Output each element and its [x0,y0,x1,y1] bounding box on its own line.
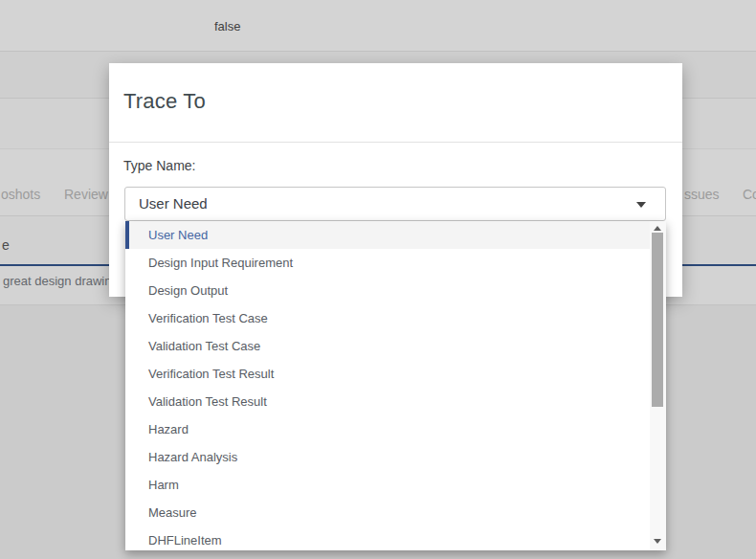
type-name-label: Type Name: [123,158,195,173]
dialog-title: Trace To [123,89,206,114]
screen: false oshots Review ssues Co e great des… [0,0,756,559]
scrollbar-thumb[interactable] [652,233,663,407]
type-option-measure[interactable]: Measure [125,499,650,526]
type-option-design-input-requirement[interactable]: Design Input Requirement [125,249,650,277]
tab-comments-fragment[interactable]: Co [743,187,756,202]
table-cell-value: false [214,19,240,34]
type-option-hazard-analysis[interactable]: Hazard Analysis [125,443,650,471]
dialog-title-divider [109,142,682,143]
type-name-select-value: User Need [139,188,208,220]
section-header-fragment: e [2,237,10,253]
caret-down-icon [636,202,646,208]
type-options-dropdown: User NeedDesign Input RequirementDesign … [125,221,666,550]
type-name-select[interactable]: User Need [124,187,666,221]
type-option-validation-test-result[interactable]: Validation Test Result [125,388,650,415]
row-divider [0,51,756,52]
triangle-down-icon[interactable] [654,539,661,544]
type-option-harm[interactable]: Harm [125,471,650,499]
triangle-up-icon[interactable] [654,226,661,231]
tab-review-fragment[interactable]: Review [64,187,108,202]
type-option-hazard[interactable]: Hazard [125,415,650,443]
type-option-verification-test-result[interactable]: Verification Test Result [125,360,650,388]
type-option-dhflineitem[interactable]: DHFLineItem [125,526,650,550]
type-option-user-need[interactable]: User Need [125,221,650,249]
tab-issues-fragment[interactable]: ssues [684,187,720,202]
type-option-verification-test-case[interactable]: Verification Test Case [125,304,650,332]
type-option-design-output[interactable]: Design Output [125,277,650,304]
dropdown-scrollbar[interactable] [650,221,666,550]
type-options-list: User NeedDesign Input RequirementDesign … [125,221,650,550]
tab-screenshots-fragment[interactable]: oshots [1,187,40,202]
row-text-fragment: great design drawing [3,274,119,288]
type-option-validation-test-case[interactable]: Validation Test Case [125,332,650,360]
bg-table-row-1 [0,0,756,51]
